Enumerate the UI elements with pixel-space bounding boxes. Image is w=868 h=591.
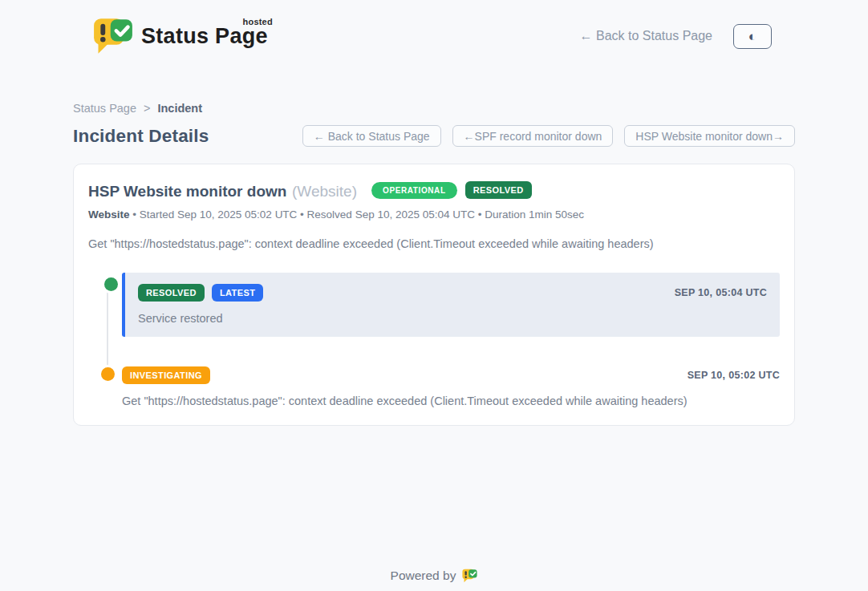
- page-title: Incident Details: [73, 126, 209, 147]
- back-to-status-page-link[interactable]: ← Back to Status Page: [580, 29, 712, 43]
- timeline-entry-header: RESOLVED LATEST SEP 10, 05:04 UTC: [138, 284, 767, 302]
- incident-card: HSP Website monitor down (Website) OPERA…: [73, 164, 795, 426]
- theme-toggle-button[interactable]: ◐: [733, 24, 772, 49]
- timeline-entry-resolved: RESOLVED LATEST SEP 10, 05:04 UTC Servic…: [122, 273, 780, 337]
- next-incident-button[interactable]: HSP Website monitor down→: [624, 125, 795, 147]
- timeline-message: Service restored: [138, 312, 767, 325]
- powered-by: Powered by: [0, 569, 868, 583]
- resolved-badge: RESOLVED: [138, 284, 205, 302]
- statuspage-logo-icon-small: [462, 569, 477, 583]
- timeline-entry-header: INVESTIGATING SEP 10, 05:02 UTC: [122, 366, 780, 384]
- brand-name: Status Page hosted: [141, 24, 268, 49]
- title-row: Incident Details ← Back to Status Page ←…: [73, 125, 795, 147]
- timeline-timestamp: SEP 10, 05:02 UTC: [688, 370, 780, 381]
- incident-card-header: HSP Website monitor down (Website) OPERA…: [88, 179, 780, 201]
- incident-component: (Website): [292, 183, 357, 200]
- breadcrumb-separator: >: [144, 102, 150, 115]
- incident-meta-details: • Started Sep 10, 2025 05:02 UTC • Resol…: [130, 208, 585, 221]
- statuspage-logo-icon: [93, 18, 133, 55]
- timeline-entry-investigating: INVESTIGATING SEP 10, 05:02 UTC Get "htt…: [122, 366, 780, 407]
- investigating-badge: INVESTIGATING: [122, 366, 210, 384]
- powered-by-label: Powered by: [391, 569, 456, 583]
- incident-description: Get "https://hostedstatus.page": context…: [88, 237, 780, 250]
- incident-nav-buttons: ← Back to Status Page ←SPF record monito…: [302, 125, 795, 147]
- timeline-message: Get "https://hostedstatus.page": context…: [122, 395, 780, 407]
- brand-hosted-label: hosted: [243, 17, 273, 26]
- header: Status Page hosted ← Back to Status Page…: [0, 0, 868, 61]
- operational-status-badge: OPERATIONAL: [371, 182, 457, 199]
- incident-title: HSP Website monitor down: [88, 183, 286, 200]
- footer: Powered by © 2025-10-08 14:10:34.772084 …: [0, 569, 868, 591]
- contrast-half-circle-icon: ◐: [748, 30, 756, 43]
- latest-badge: LATEST: [212, 284, 263, 302]
- breadcrumb-incident: Incident: [157, 102, 202, 115]
- brand-logo-link[interactable]: Status Page hosted: [93, 18, 268, 55]
- main-content: Status Page > Incident Incident Details …: [73, 102, 795, 426]
- breadcrumb-status-page[interactable]: Status Page: [73, 102, 136, 115]
- resolved-state-badge: RESOLVED: [465, 181, 532, 199]
- incident-meta-component: Website: [88, 208, 130, 221]
- previous-incident-button[interactable]: ←SPF record monitor down: [452, 125, 614, 147]
- incident-timeline: RESOLVED LATEST SEP 10, 05:04 UTC Servic…: [88, 273, 780, 407]
- breadcrumb: Status Page > Incident: [73, 102, 795, 115]
- timeline-timestamp: SEP 10, 05:04 UTC: [675, 287, 767, 298]
- incident-meta: Website • Started Sep 10, 2025 05:02 UTC…: [88, 208, 780, 221]
- back-to-status-page-button[interactable]: ← Back to Status Page: [302, 125, 441, 147]
- timeline-dot-green: [104, 277, 118, 291]
- timeline-dot-orange: [101, 367, 115, 381]
